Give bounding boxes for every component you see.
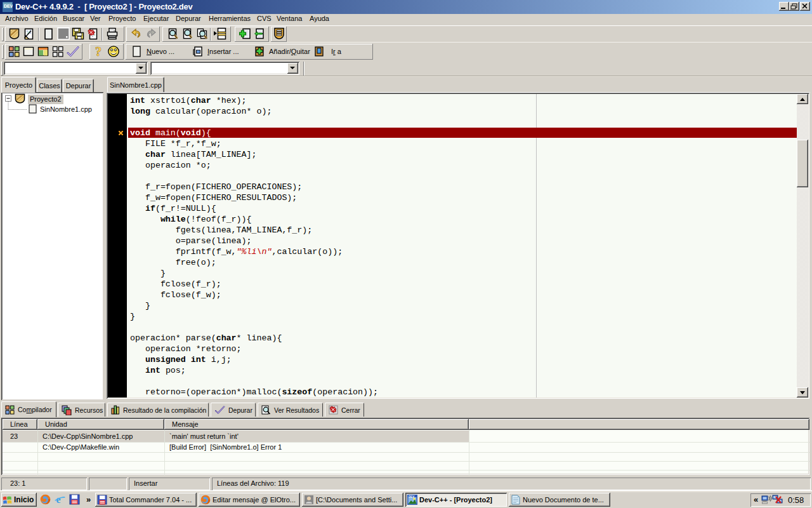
svg-text:DEV: DEV	[409, 495, 414, 498]
svg-text:DEV: DEV	[4, 4, 13, 8]
svg-text:?: ?	[95, 45, 102, 58]
